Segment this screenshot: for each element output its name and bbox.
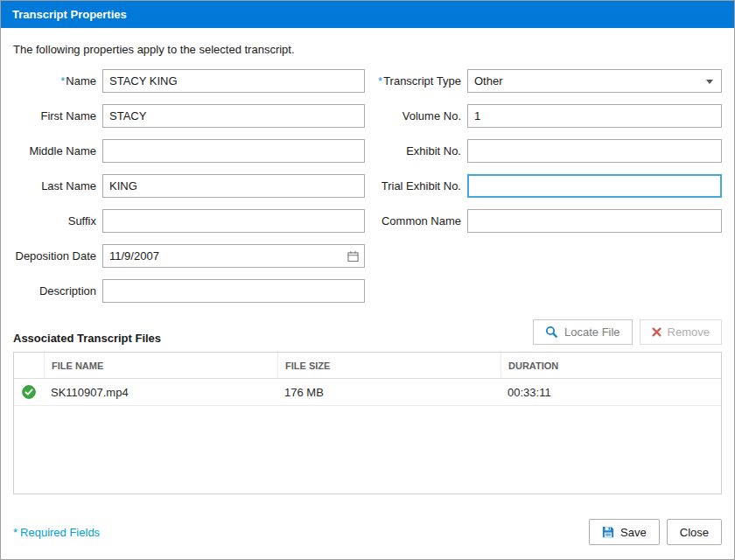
- trial-exhibit-no-label: Trial Exhibit No.: [374, 179, 461, 192]
- exhibit-no-row: Exhibit No.: [374, 139, 722, 163]
- locate-file-button[interactable]: Locate File: [533, 319, 633, 345]
- file-name-column-header: FILE NAME: [44, 353, 277, 378]
- transcript-type-label: *Transcript Type: [374, 74, 461, 88]
- save-button[interactable]: Save: [589, 519, 660, 545]
- status-column-header: [14, 353, 44, 378]
- dialog-titlebar: Transcript Properties: [1, 1, 734, 28]
- transcript-type-row: *Transcript Type Other: [374, 69, 722, 93]
- file-status-cell: [14, 385, 44, 399]
- file-name-cell: SK110907.mp4: [44, 386, 277, 399]
- description-field[interactable]: [102, 279, 365, 303]
- form-left-column: *Name First Name Middle Name Last Name S…: [13, 69, 365, 314]
- associated-files-table: FILE NAME FILE SIZE DURATION SK110907.mp…: [13, 352, 722, 494]
- suffix-label: Suffix: [13, 214, 96, 228]
- transcript-properties-dialog: Transcript Properties The following prop…: [0, 0, 735, 560]
- file-size-cell: 176 MB: [277, 386, 500, 399]
- suffix-field[interactable]: [102, 209, 365, 233]
- dialog-title: Transcript Properties: [12, 8, 127, 21]
- close-label: Close: [680, 527, 709, 538]
- common-name-field[interactable]: [467, 209, 722, 233]
- form-right-column: *Transcript Type Other Volume No. Exhibi…: [374, 69, 722, 314]
- transcript-type-value: Other: [474, 74, 503, 88]
- volume-no-label: Volume No.: [374, 109, 461, 122]
- associated-files-title: Associated Transcript Files: [13, 332, 161, 345]
- deposition-date-field[interactable]: [102, 244, 365, 268]
- remove-button[interactable]: Remove: [640, 319, 722, 345]
- required-asterisk: *: [378, 74, 382, 88]
- last-name-label: Last Name: [13, 179, 96, 192]
- locate-file-label: Locate File: [564, 326, 620, 338]
- deposition-date-row: Deposition Date: [13, 244, 365, 268]
- associated-files-header: Associated Transcript Files Locate File: [1, 314, 734, 352]
- common-name-label: Common Name: [374, 214, 461, 228]
- deposition-date-label: Deposition Date: [13, 249, 96, 262]
- dialog-footer: *Required Fields Save Close: [1, 510, 734, 559]
- common-name-row: Common Name: [374, 209, 722, 233]
- last-name-row: Last Name: [13, 174, 365, 198]
- trial-exhibit-no-row: Trial Exhibit No.: [374, 174, 722, 198]
- remove-label: Remove: [668, 326, 710, 338]
- volume-no-field[interactable]: [467, 104, 722, 128]
- chevron-down-icon: [706, 80, 713, 84]
- calendar-icon[interactable]: [347, 250, 359, 262]
- table-row[interactable]: SK110907.mp4 176 MB 00:33:11: [14, 379, 721, 406]
- duration-cell: 00:33:11: [500, 386, 721, 399]
- name-field[interactable]: [102, 69, 365, 93]
- required-asterisk: *: [13, 526, 18, 539]
- middle-name-label: Middle Name: [13, 144, 96, 158]
- trial-exhibit-no-field[interactable]: [467, 174, 722, 198]
- name-label: *Name: [13, 74, 96, 88]
- close-button[interactable]: Close: [667, 519, 722, 545]
- duration-column-header: DURATION: [500, 353, 721, 378]
- first-name-row: First Name: [13, 104, 365, 128]
- table-header-row: FILE NAME FILE SIZE DURATION: [14, 353, 721, 379]
- description-row: Description: [13, 279, 365, 303]
- save-disk-icon: [602, 526, 614, 538]
- check-ok-icon: [22, 385, 36, 399]
- first-name-label: First Name: [13, 109, 96, 122]
- last-name-field[interactable]: [102, 174, 365, 198]
- middle-name-field[interactable]: [102, 139, 365, 163]
- required-asterisk: *: [60, 74, 65, 88]
- remove-x-icon: [652, 327, 662, 337]
- required-fields-note: *Required Fields: [13, 526, 100, 539]
- file-size-column-header: FILE SIZE: [277, 353, 500, 378]
- exhibit-no-field[interactable]: [467, 139, 722, 163]
- description-label: Description: [13, 284, 96, 298]
- search-icon: [545, 326, 558, 339]
- first-name-field[interactable]: [102, 104, 365, 128]
- name-row: *Name: [13, 69, 365, 93]
- save-label: Save: [620, 527, 647, 538]
- properties-form: *Name First Name Middle Name Last Name S…: [1, 69, 734, 314]
- exhibit-no-label: Exhibit No.: [374, 144, 461, 158]
- transcript-type-select[interactable]: Other: [467, 69, 722, 93]
- intro-text: The following properties apply to the se…: [1, 28, 734, 69]
- middle-name-row: Middle Name: [13, 139, 365, 163]
- volume-no-row: Volume No.: [374, 104, 722, 128]
- suffix-row: Suffix: [13, 209, 365, 233]
